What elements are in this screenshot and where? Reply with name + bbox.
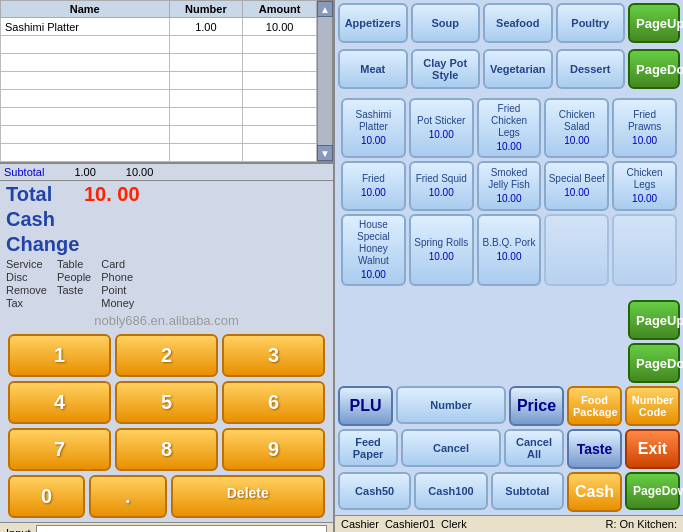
info-item[interactable]: Card <box>101 258 134 270</box>
info-item[interactable]: People <box>57 271 91 283</box>
cat-appetizers[interactable]: Appetizers <box>338 3 408 43</box>
cell-name <box>1 36 170 54</box>
menu-item-price: 10.00 <box>361 269 386 281</box>
number-btn[interactable]: Number <box>396 386 506 424</box>
cash50-btn[interactable]: Cash50 <box>338 472 411 510</box>
price-btn[interactable]: Price <box>509 386 564 426</box>
cat-dessert[interactable]: Dessert <box>556 49 626 89</box>
info-item[interactable]: Point <box>101 284 134 296</box>
scroll-down-arrow[interactable]: ▼ <box>317 145 333 161</box>
numpad-grid: 123456789 <box>8 334 325 471</box>
cell-amount <box>243 108 317 126</box>
page-down-btn[interactable]: PageDown <box>628 49 680 89</box>
numpad-btn-7[interactable]: 7 <box>8 428 111 471</box>
menu-item-btn[interactable]: Sashimi Platter10.00 <box>341 98 406 158</box>
table-row[interactable] <box>1 54 317 72</box>
menu-item-price: 10.00 <box>632 135 657 147</box>
taste-btn[interactable]: Taste <box>567 429 622 469</box>
cell-name <box>1 144 170 162</box>
cat-poultry[interactable]: Poultry <box>556 3 626 43</box>
number-code-btn[interactable]: Number Code <box>625 386 680 426</box>
order-scrollbar[interactable]: ▲ ▼ <box>317 0 333 162</box>
table-row[interactable] <box>1 126 317 144</box>
info-item[interactable]: Tax <box>6 297 47 309</box>
category-row-1: Appetizers Soup Seafood Poultry PageUp <box>335 0 683 46</box>
food-package-btn[interactable]: Food Package <box>567 386 622 426</box>
numpad-btn-0[interactable]: 0 <box>8 475 85 518</box>
cell-amount <box>243 144 317 162</box>
cat-seafood[interactable]: Seafood <box>483 3 553 43</box>
cell-name <box>1 72 170 90</box>
menu-item-btn[interactable]: Chicken Legs10.00 <box>612 161 677 211</box>
feed-paper-btn[interactable]: Feed Paper <box>338 429 398 467</box>
cancel-all-btn[interactable]: Cancel All <box>504 429 564 467</box>
numpad-btn-1[interactable]: 1 <box>8 334 111 377</box>
plu-btn[interactable]: PLU <box>338 386 393 426</box>
cat-clay-pot[interactable]: Clay Pot Style <box>411 49 481 89</box>
change-row: Change <box>6 233 327 256</box>
cat-meat[interactable]: Meat <box>338 49 408 89</box>
menu-item-btn[interactable]: Special Beef10.00 <box>544 161 609 211</box>
subtotal-btn[interactable]: Subtotal <box>491 472 564 510</box>
menu-item-btn[interactable]: Spring Rolls10.00 <box>409 214 474 286</box>
menu-item-price: 10.00 <box>429 129 454 141</box>
delete-btn[interactable]: Delete <box>171 475 326 518</box>
page-up-btn[interactable]: PageUp <box>628 3 680 43</box>
info-col-1: ServiceDiscRemoveTax <box>6 258 47 309</box>
scroll-up-arrow[interactable]: ▲ <box>317 1 333 17</box>
numpad-btn-.[interactable]: . <box>89 475 166 518</box>
menu-item-name: B.B.Q. Pork <box>483 237 536 249</box>
numpad-btn-3[interactable]: 3 <box>222 334 325 377</box>
info-item[interactable]: Remove <box>6 284 47 296</box>
menu-item-price: 10.00 <box>361 135 386 147</box>
menu-item-btn[interactable]: House Special Honey Walnut10.00 <box>341 214 406 286</box>
cell-number <box>169 54 243 72</box>
menu-item-btn[interactable]: Smoked Jelly Fish10.00 <box>477 161 542 211</box>
right-page-col: PageUp PageDown <box>628 300 680 383</box>
info-item[interactable]: Taste <box>57 284 91 296</box>
page-up-right[interactable]: PageUp <box>628 300 680 340</box>
numpad-btn-6[interactable]: 6 <box>222 381 325 424</box>
col-header-name: Name <box>1 1 170 18</box>
cancel-btn[interactable]: Cancel <box>401 429 501 467</box>
numpad-btn-9[interactable]: 9 <box>222 428 325 471</box>
menu-item-btn[interactable]: Pot Sticker10.00 <box>409 98 474 158</box>
cash100-btn[interactable]: Cash100 <box>414 472 487 510</box>
table-row[interactable] <box>1 108 317 126</box>
info-item[interactable]: Money <box>101 297 134 309</box>
main-container: Name Number Amount Sashimi Platter1.0010… <box>0 0 683 532</box>
page-down-bottom[interactable]: PageDown <box>625 472 680 510</box>
cashier-label: Cashier <box>341 518 379 530</box>
numpad-btn-2[interactable]: 2 <box>115 334 218 377</box>
info-item[interactable]: Phone <box>101 271 134 283</box>
page-down-right[interactable]: PageDown <box>628 343 680 383</box>
menu-item-btn[interactable]: B.B.Q. Pork10.00 <box>477 214 542 286</box>
numpad-btn-4[interactable]: 4 <box>8 381 111 424</box>
cash-action-btn[interactable]: Cash <box>567 472 622 512</box>
menu-item-btn[interactable]: Chicken Salad10.00 <box>544 98 609 158</box>
info-item[interactable]: Disc <box>6 271 47 283</box>
order-table: Name Number Amount Sashimi Platter1.0010… <box>0 0 317 162</box>
menu-item-btn[interactable]: Fried Prawns10.00 <box>612 98 677 158</box>
table-row[interactable] <box>1 72 317 90</box>
menu-item-btn[interactable]: Fried10.00 <box>341 161 406 211</box>
numpad-btn-8[interactable]: 8 <box>115 428 218 471</box>
menu-item-btn[interactable]: Fried Squid10.00 <box>409 161 474 211</box>
right-panel: Appetizers Soup Seafood Poultry PageUp M… <box>335 0 683 532</box>
info-item[interactable]: Service <box>6 258 47 270</box>
col-header-amount: Amount <box>243 1 317 18</box>
cell-name <box>1 90 170 108</box>
exit-btn[interactable]: Exit <box>625 429 680 469</box>
info-item[interactable]: Table <box>57 258 91 270</box>
menu-item-name: Fried Chicken Legs <box>481 103 538 139</box>
numpad-btn-5[interactable]: 5 <box>115 381 218 424</box>
table-row[interactable] <box>1 36 317 54</box>
cat-vegetarian[interactable]: Vegetarian <box>483 49 553 89</box>
table-row[interactable] <box>1 90 317 108</box>
main-input[interactable] <box>36 525 327 532</box>
table-row[interactable] <box>1 144 317 162</box>
table-row[interactable]: Sashimi Platter1.0010.00 <box>1 18 317 36</box>
cat-soup[interactable]: Soup <box>411 3 481 43</box>
menu-item-btn[interactable]: Fried Chicken Legs10.00 <box>477 98 542 158</box>
subtotal-label: Subtotal <box>4 166 44 178</box>
